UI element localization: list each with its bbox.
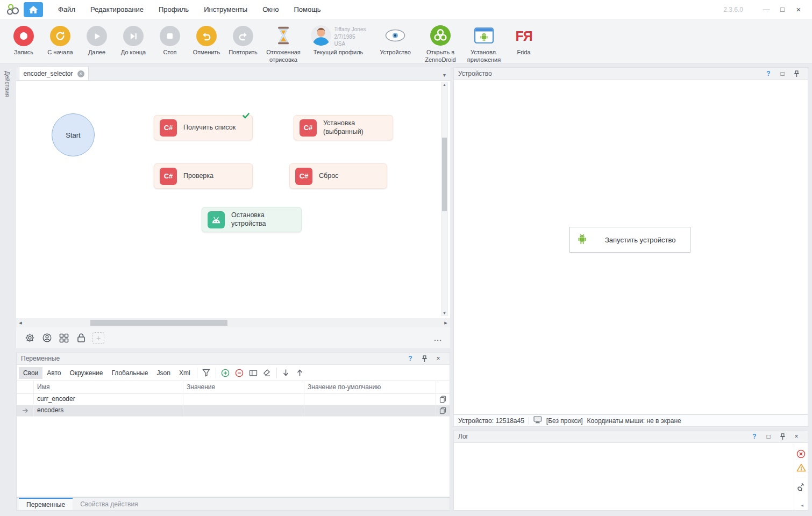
column-default[interactable]: Значение по-умолчанию xyxy=(304,381,436,393)
close-panel-icon[interactable]: × xyxy=(789,431,803,442)
scroll-down-icon[interactable]: ▼ xyxy=(441,311,447,315)
variable-row-encoders[interactable]: encoders xyxy=(17,405,450,417)
flow-node-stop-device[interactable]: Остановка устройства xyxy=(202,207,302,232)
variable-name[interactable]: curr_encoder xyxy=(34,394,183,405)
columns-icon[interactable] xyxy=(246,367,260,379)
vars-tab-xml[interactable]: Xml xyxy=(175,367,195,379)
add-action-placeholder[interactable]: + xyxy=(92,332,104,344)
profile-info: Tiffany Jones 2/7/1985 USA xyxy=(334,25,366,48)
close-panel-icon[interactable]: × xyxy=(431,353,445,364)
scroll-up-icon[interactable]: ▲ xyxy=(441,83,447,87)
flow-node-start[interactable]: Start xyxy=(52,113,95,156)
vars-tab-json[interactable]: Json xyxy=(153,367,175,379)
dock-tab-action-properties[interactable]: Свойства действия xyxy=(73,498,145,510)
menu-tools[interactable]: Инструменты xyxy=(196,0,255,19)
canvas-horizontal-scrollbar[interactable]: ◀ ▶ xyxy=(16,318,450,327)
variable-name[interactable]: encoders xyxy=(34,405,183,416)
add-variable-icon[interactable] xyxy=(218,367,232,379)
menu-help[interactable]: Помощь xyxy=(286,0,328,19)
errors-filter-icon[interactable] xyxy=(796,449,806,458)
flow-canvas[interactable]: Start C# Получить список C# Установка (в… xyxy=(16,81,450,318)
variable-value[interactable] xyxy=(183,405,304,416)
home-button[interactable] xyxy=(24,2,43,17)
help-icon[interactable]: ? xyxy=(403,353,417,364)
scroll-right-icon[interactable]: ▶ xyxy=(441,321,450,325)
variable-default[interactable] xyxy=(304,405,436,416)
move-up-icon[interactable] xyxy=(293,367,307,379)
record-button[interactable]: Запись xyxy=(5,24,42,56)
filter-icon[interactable] xyxy=(200,367,213,379)
settings-gear-icon[interactable] xyxy=(24,332,35,344)
redo-button[interactable]: Повторить xyxy=(225,24,261,56)
actions-side-tab[interactable]: Действия xyxy=(4,71,11,97)
vars-tab-own[interactable]: Свои xyxy=(19,367,42,379)
profile-circle-icon[interactable] xyxy=(41,332,53,344)
eraser-icon[interactable] xyxy=(260,367,274,379)
variable-row-curr-encoder[interactable]: curr_encoder xyxy=(17,394,450,405)
maximize-panel-icon[interactable]: □ xyxy=(761,431,775,442)
vars-tab-environment[interactable]: Окружение xyxy=(65,367,107,379)
column-value[interactable]: Значение xyxy=(183,381,304,393)
pin-icon[interactable] xyxy=(789,68,803,80)
vars-tab-global[interactable]: Глобальные xyxy=(107,367,152,379)
deferred-render-button[interactable]: Отложенная отрисовка xyxy=(261,24,305,64)
start-label: Start xyxy=(66,131,80,139)
flow-node-reset[interactable]: C# Сброс xyxy=(289,163,387,189)
menu-file[interactable]: Файл xyxy=(51,0,83,19)
close-button[interactable]: × xyxy=(790,5,807,14)
menu-profile[interactable]: Профиль xyxy=(151,0,196,19)
pin-icon[interactable] xyxy=(417,353,431,364)
help-icon[interactable]: ? xyxy=(747,431,761,442)
more-actions-icon[interactable]: … xyxy=(433,333,443,343)
frida-button[interactable]: FЯ Frida xyxy=(507,24,541,56)
variable-default[interactable] xyxy=(304,394,436,405)
variables-panel: Переменные ? × Свои Авто Окружение Глоба… xyxy=(16,352,450,497)
menu-edit[interactable]: Редактирование xyxy=(83,0,151,19)
lock-icon[interactable] xyxy=(75,332,87,344)
maximize-button[interactable]: □ xyxy=(774,5,790,13)
variable-value[interactable] xyxy=(183,394,304,405)
tab-encoder-selector[interactable]: encoder_selector × xyxy=(19,67,89,80)
record-icon xyxy=(13,26,34,46)
skip-end-icon xyxy=(123,26,144,46)
pin-icon[interactable] xyxy=(775,431,789,442)
hourglass-icon xyxy=(275,26,291,47)
flow-node-check[interactable]: C# Проверка xyxy=(154,163,253,189)
launch-device-button[interactable]: Запустить устройство xyxy=(569,227,690,253)
copy-variable-icon[interactable] xyxy=(436,394,450,405)
help-icon[interactable]: ? xyxy=(761,68,775,80)
dock-tab-variables[interactable]: Переменные xyxy=(19,498,73,510)
stop-button[interactable]: Стоп xyxy=(152,24,188,56)
move-down-icon[interactable] xyxy=(279,367,293,379)
canvas-vertical-scrollbar[interactable]: ▲ ▼ xyxy=(441,82,448,316)
menu-window[interactable]: Окно xyxy=(255,0,286,19)
installed-apps-button[interactable]: Установл. приложения xyxy=(461,24,507,64)
remove-variable-icon[interactable] xyxy=(232,367,246,379)
grid-blocks-icon[interactable] xyxy=(58,332,70,344)
log-back-arrow-icon[interactable]: ◂ xyxy=(801,503,803,508)
log-panel: Лог ? □ × ◂ xyxy=(453,430,808,511)
flow-node-install-selected[interactable]: C# Установка (выбранный) xyxy=(294,115,393,140)
flow-node-get-list[interactable]: C# Получить список xyxy=(154,115,253,140)
vars-tab-auto[interactable]: Авто xyxy=(42,367,65,379)
canvas-footer-toolbar: + … xyxy=(16,327,450,348)
warnings-filter-icon[interactable] xyxy=(796,463,806,472)
maximize-panel-icon[interactable]: □ xyxy=(775,68,789,80)
column-name[interactable]: Имя xyxy=(34,381,183,393)
vertical-scroll-thumb[interactable] xyxy=(442,138,447,211)
tab-close-icon[interactable]: × xyxy=(77,70,84,77)
copy-variable-icon[interactable] xyxy=(436,405,450,416)
tab-list-dropdown-icon[interactable]: ▾ xyxy=(443,72,450,80)
scroll-left-icon[interactable]: ◀ xyxy=(16,321,25,325)
next-button[interactable]: Далее xyxy=(79,24,115,56)
undo-button[interactable]: Отменить xyxy=(188,24,225,56)
minimize-button[interactable]: — xyxy=(758,5,774,13)
horizontal-scroll-thumb[interactable] xyxy=(90,320,227,326)
current-profile-button[interactable]: Tiffany Jones 2/7/1985 USA Текущий профи… xyxy=(305,24,371,56)
clear-log-broom-icon[interactable] xyxy=(796,482,806,491)
restart-button[interactable]: С начала xyxy=(42,24,79,56)
open-in-zennodroid-button[interactable]: Открыть в ZennoDroid xyxy=(419,24,461,64)
to-end-button[interactable]: До конца xyxy=(115,24,152,56)
device-view-button[interactable]: Устройство xyxy=(371,24,419,56)
device-view-label: Устройство xyxy=(380,49,411,56)
